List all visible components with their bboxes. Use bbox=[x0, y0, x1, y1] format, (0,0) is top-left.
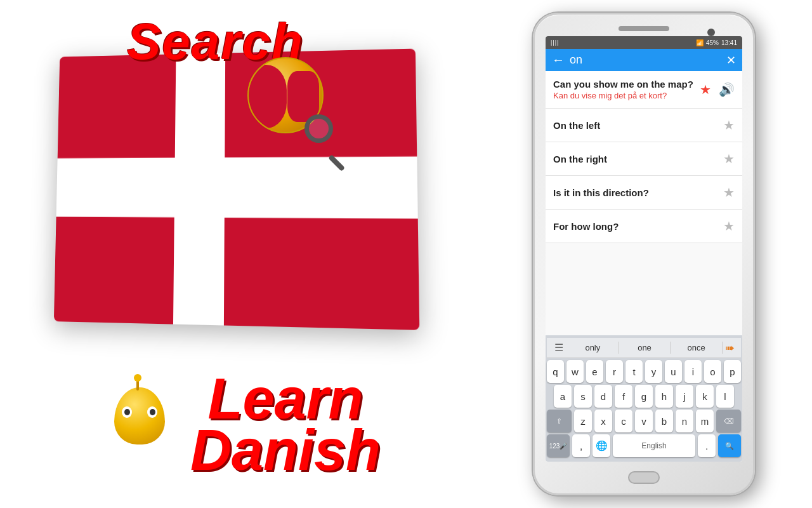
key-search[interactable]: 🔍 bbox=[718, 434, 741, 457]
key-l[interactable]: l bbox=[716, 385, 734, 408]
key-numbers[interactable]: 123🎤 bbox=[547, 434, 570, 457]
globe-magnifier bbox=[247, 57, 349, 159]
phone-speaker bbox=[619, 26, 669, 31]
result-item-featured[interactable]: Can you show me on the map? Kan du vise … bbox=[546, 71, 742, 109]
suggestion-only[interactable]: only bbox=[567, 342, 619, 354]
flag-cross-vertical bbox=[173, 53, 225, 326]
key-q[interactable]: q bbox=[547, 360, 564, 383]
keyboard: ☰ only one once ➠ q w e r t y u i o p bbox=[546, 335, 742, 462]
mascot-pupil-left bbox=[124, 409, 130, 415]
flag-cross-horizontal bbox=[56, 156, 418, 218]
key-globe[interactable]: 🌐 bbox=[593, 434, 610, 457]
key-d[interactable]: d bbox=[594, 385, 612, 408]
key-row-2: a s d f g h j k l bbox=[547, 385, 741, 408]
result-english-direction: Is it in this direction? bbox=[553, 187, 723, 198]
danish-flag bbox=[54, 49, 419, 330]
mascot-eye-right bbox=[147, 406, 157, 418]
mascot-eye-left bbox=[122, 406, 132, 418]
result-text-right: On the right bbox=[553, 154, 723, 164]
key-u[interactable]: u bbox=[665, 360, 682, 383]
key-j[interactable]: j bbox=[676, 385, 693, 408]
key-row-3: ⇧ z x c v b n m ⌫ bbox=[547, 410, 741, 432]
key-z[interactable]: z bbox=[574, 410, 592, 432]
key-v[interactable]: v bbox=[635, 410, 653, 432]
mascot-pupil-right bbox=[150, 409, 155, 415]
mascot-body bbox=[114, 387, 165, 444]
magnifier bbox=[304, 114, 349, 159]
results-list: Can you show me on the map? Kan du vise … bbox=[546, 71, 742, 335]
suggestion-once[interactable]: once bbox=[671, 342, 723, 354]
star-icon-howlong[interactable]: ★ bbox=[723, 218, 735, 234]
key-w[interactable]: w bbox=[566, 360, 584, 383]
result-danish-featured: Kan du vise mig det på et kort? bbox=[553, 91, 700, 100]
search-input[interactable] bbox=[570, 53, 721, 67]
result-text-direction: Is it in this direction? bbox=[553, 187, 723, 198]
phone-screen: |||| 📶 45% 13:41 ← ✕ Can you show me on … bbox=[546, 36, 742, 462]
key-c[interactable]: c bbox=[615, 410, 632, 432]
result-text-howlong: For how long? bbox=[553, 221, 723, 232]
key-n[interactable]: n bbox=[676, 410, 693, 432]
key-a[interactable]: a bbox=[554, 385, 572, 408]
key-spacebar[interactable]: English bbox=[613, 434, 695, 457]
speaker-icon-featured[interactable]: 🔊 bbox=[719, 82, 735, 97]
result-english-left: On the left bbox=[553, 120, 723, 131]
phone: |||| 📶 45% 13:41 ← ✕ Can you show me on … bbox=[533, 13, 755, 495]
key-g[interactable]: g bbox=[635, 385, 653, 408]
star-icon-featured[interactable]: ★ bbox=[700, 82, 711, 97]
flag-background bbox=[54, 49, 419, 330]
result-item-on-the-left[interactable]: On the left ★ bbox=[546, 109, 742, 142]
result-item-direction[interactable]: Is it in this direction? ★ bbox=[546, 176, 742, 210]
key-h[interactable]: h bbox=[655, 385, 673, 408]
key-comma[interactable]: , bbox=[572, 434, 590, 457]
key-b[interactable]: b bbox=[655, 410, 673, 432]
magnifier-circle bbox=[304, 114, 333, 143]
star-icon-direction[interactable]: ★ bbox=[723, 185, 735, 200]
key-e[interactable]: e bbox=[586, 360, 603, 383]
mascot bbox=[108, 387, 171, 457]
result-english-howlong: For how long? bbox=[553, 221, 723, 232]
learn-text: Learn Danish bbox=[190, 373, 381, 476]
mascot-antenna bbox=[136, 378, 139, 391]
result-text-left: On the left bbox=[553, 120, 723, 131]
time-label: 13:41 bbox=[721, 39, 737, 46]
carrier-label: |||| bbox=[551, 39, 559, 46]
key-p[interactable]: p bbox=[724, 360, 741, 383]
key-backspace[interactable]: ⌫ bbox=[716, 410, 741, 432]
status-right: 📶 45% 13:41 bbox=[696, 39, 737, 46]
suggestion-one[interactable]: one bbox=[619, 342, 671, 354]
suggestion-menu-icon[interactable]: ☰ bbox=[551, 342, 567, 354]
key-k[interactable]: k bbox=[696, 385, 714, 408]
key-f[interactable]: f bbox=[615, 385, 632, 408]
featured-icons: ★ 🔊 bbox=[700, 82, 735, 97]
status-bar: |||| 📶 45% 13:41 bbox=[546, 36, 742, 49]
key-y[interactable]: y bbox=[645, 360, 662, 383]
star-icon-right[interactable]: ★ bbox=[723, 151, 735, 166]
battery-label: 45% bbox=[706, 39, 719, 46]
result-item-howlong[interactable]: For how long? ★ bbox=[546, 210, 742, 243]
key-row-1: q w e r t y u i o p bbox=[547, 360, 741, 383]
app-search-bar[interactable]: ← ✕ bbox=[546, 49, 742, 71]
phone-camera bbox=[707, 29, 715, 36]
keyboard-suggestions: ☰ only one once ➠ bbox=[547, 338, 741, 358]
key-i[interactable]: i bbox=[684, 360, 702, 383]
key-o[interactable]: o bbox=[704, 360, 721, 383]
key-r[interactable]: r bbox=[606, 360, 623, 383]
key-period[interactable]: . bbox=[698, 434, 716, 457]
key-shift[interactable]: ⇧ bbox=[547, 410, 572, 432]
key-x[interactable]: x bbox=[594, 410, 612, 432]
result-english-featured: Can you show me on the map? bbox=[553, 79, 700, 90]
result-english-right: On the right bbox=[553, 154, 723, 164]
key-m[interactable]: m bbox=[696, 410, 714, 432]
clear-button[interactable]: ✕ bbox=[726, 53, 736, 67]
key-s[interactable]: s bbox=[574, 385, 592, 408]
suggestion-arrow-icon[interactable]: ➠ bbox=[723, 341, 737, 355]
learn-danish-text: Learn Danish bbox=[190, 373, 381, 476]
result-item-on-the-right[interactable]: On the right ★ bbox=[546, 142, 742, 176]
star-icon-left[interactable]: ★ bbox=[723, 117, 735, 133]
phone-bottom bbox=[628, 462, 660, 493]
home-button[interactable] bbox=[628, 471, 660, 484]
key-t[interactable]: t bbox=[625, 360, 643, 383]
back-button[interactable]: ← bbox=[552, 53, 565, 67]
signal-icon: 📶 bbox=[696, 39, 704, 46]
result-text-featured: Can you show me on the map? Kan du vise … bbox=[553, 79, 700, 100]
